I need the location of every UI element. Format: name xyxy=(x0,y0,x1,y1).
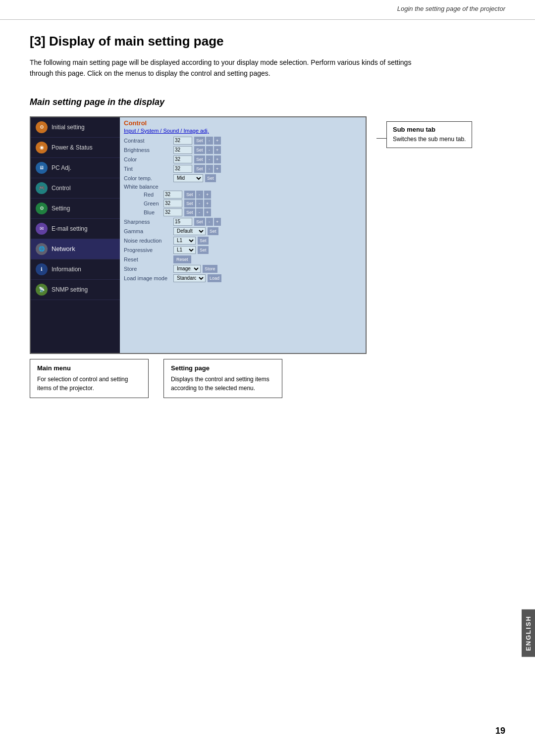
wb-green-row: Green Set - + xyxy=(144,200,362,207)
tint-set-button[interactable]: Set xyxy=(194,165,205,173)
sidebar-item-setting[interactable]: ⚙ Setting xyxy=(31,199,120,219)
contrast-input[interactable] xyxy=(173,137,192,145)
settings-table: Contrast Set - + Brightness Set xyxy=(120,136,366,353)
wb-green-input[interactable] xyxy=(163,200,182,207)
wb-blue-set-button[interactable]: Set xyxy=(184,208,195,216)
color-temp-row: Color temp. Mid Low High Set xyxy=(124,174,362,182)
contrast-minus-button[interactable]: - xyxy=(206,137,213,145)
setting-page-annotation: Setting page Displays the control and se… xyxy=(163,359,282,398)
noise-reduction-controls: Set xyxy=(198,237,209,245)
store-select[interactable]: Image1 xyxy=(173,265,201,273)
wb-red-set-button[interactable]: Set xyxy=(184,191,195,199)
sidebar-item-information[interactable]: ℹ Information xyxy=(31,259,120,280)
white-balance-label: White balance xyxy=(124,184,362,190)
wb-blue-plus-button[interactable]: + xyxy=(204,208,211,216)
wb-green-controls: Set - + xyxy=(184,200,211,207)
noise-reduction-select[interactable]: L1 xyxy=(173,237,196,245)
gamma-set-button[interactable]: Set xyxy=(208,227,218,235)
brightness-plus-button[interactable]: + xyxy=(214,146,221,154)
sharpness-set-button[interactable]: Set xyxy=(194,218,205,226)
reset-label: Reset xyxy=(124,256,173,262)
sidebar: ⚙ Initial setting ◉ Power & Status 🖥 PC … xyxy=(31,117,120,353)
sidebar-label-initial-setting: Initial setting xyxy=(52,124,85,131)
setting-page-annotation-desc: Displays the control and setting items a… xyxy=(171,375,275,393)
gamma-select[interactable]: Default xyxy=(173,227,206,235)
sidebar-item-email-setting[interactable]: ✉ E-mail setting xyxy=(31,219,120,239)
sidebar-label-control: Control xyxy=(52,185,71,192)
network-icon: 🌐 xyxy=(36,243,48,255)
store-row: Store Image1 Store xyxy=(124,265,362,273)
sidebar-item-snmp-setting[interactable]: 📡 SNMP setting xyxy=(31,280,120,300)
sharpness-input[interactable] xyxy=(173,218,192,226)
wb-blue-label: Blue xyxy=(144,209,163,215)
breadcrumb-tabs[interactable]: Input / System / Sound / Image adj. xyxy=(124,128,362,134)
brightness-input[interactable] xyxy=(173,146,192,154)
color-temp-label: Color temp. xyxy=(124,175,173,181)
store-button[interactable]: Store xyxy=(203,265,217,273)
section-title: [3] Display of main setting page xyxy=(30,34,505,49)
load-button[interactable]: Load xyxy=(208,274,221,282)
sub-section-title: Main setting page in the display xyxy=(30,97,505,107)
sharpness-plus-button[interactable]: + xyxy=(214,218,221,226)
wb-red-input[interactable] xyxy=(163,191,182,199)
setting-icon: ⚙ xyxy=(36,202,48,214)
wb-blue-minus-button[interactable]: - xyxy=(196,208,203,216)
wb-green-label: Green xyxy=(144,201,163,206)
brightness-controls: Set - + xyxy=(194,146,221,154)
contrast-set-button[interactable]: Set xyxy=(194,137,205,145)
brightness-row: Brightness Set - + xyxy=(124,146,362,154)
noise-reduction-label: Noise reduction xyxy=(124,238,173,244)
wb-red-plus-button[interactable]: + xyxy=(204,191,211,199)
color-plus-button[interactable]: + xyxy=(214,155,221,163)
sharpness-controls: Set - + xyxy=(194,218,221,226)
wb-red-minus-button[interactable]: - xyxy=(196,191,203,199)
sidebar-item-pc-adj[interactable]: 🖥 PC Adj. xyxy=(31,158,120,178)
brightness-minus-button[interactable]: - xyxy=(206,146,213,154)
sharpness-minus-button[interactable]: - xyxy=(206,218,213,226)
english-tab: ENGLISH xyxy=(522,609,535,657)
tint-plus-button[interactable]: + xyxy=(214,165,221,173)
sub-menu-tab-title: Sub menu tab xyxy=(393,126,466,133)
right-panel: Control Input / System / Sound / Image a… xyxy=(120,117,366,353)
wb-green-set-button[interactable]: Set xyxy=(184,200,195,207)
sidebar-item-power-status[interactable]: ◉ Power & Status xyxy=(31,138,120,158)
color-minus-button[interactable]: - xyxy=(206,155,213,163)
color-input[interactable] xyxy=(173,155,192,163)
noise-reduction-set-button[interactable]: Set xyxy=(198,237,209,245)
brightness-set-button[interactable]: Set xyxy=(194,146,205,154)
contrast-plus-button[interactable]: + xyxy=(214,137,221,145)
bottom-annotations: Main menu For selection of control and s… xyxy=(30,359,505,398)
load-image-mode-controls: Load xyxy=(208,274,221,282)
setting-page-annotation-title: Setting page xyxy=(171,364,275,372)
pc-adj-icon: 🖥 xyxy=(36,162,48,174)
active-tab-label[interactable]: Control xyxy=(124,119,362,127)
color-temp-select[interactable]: Mid Low High xyxy=(173,174,203,182)
main-menu-annotation-desc: For selection of control and setting ite… xyxy=(37,375,141,393)
wb-green-minus-button[interactable]: - xyxy=(196,200,203,207)
sidebar-label-snmp-setting: SNMP setting xyxy=(52,286,88,293)
wb-blue-input[interactable] xyxy=(163,208,182,216)
email-setting-icon: ✉ xyxy=(36,223,48,235)
color-temp-set-button[interactable]: Set xyxy=(205,174,216,182)
load-image-mode-row: Load image mode Standard Load xyxy=(124,274,362,282)
sidebar-item-control[interactable]: 🎮 Control xyxy=(31,178,120,199)
tint-row: Tint Set - + xyxy=(124,165,362,173)
tint-controls: Set - + xyxy=(194,165,221,173)
tint-input[interactable] xyxy=(173,165,192,173)
color-set-button[interactable]: Set xyxy=(194,155,205,163)
power-status-icon: ◉ xyxy=(36,142,48,153)
sidebar-item-network[interactable]: 🌐 Network xyxy=(31,239,120,259)
page-number: 19 xyxy=(495,726,505,736)
wb-green-plus-button[interactable]: + xyxy=(204,200,211,207)
wb-red-label: Red xyxy=(144,192,163,198)
progressive-controls: Set xyxy=(198,246,209,254)
progressive-set-button[interactable]: Set xyxy=(198,246,209,254)
contrast-row: Contrast Set - + xyxy=(124,137,362,145)
progressive-select[interactable]: L1 xyxy=(173,246,196,254)
sidebar-item-initial-setting[interactable]: ⚙ Initial setting xyxy=(31,117,120,138)
noise-reduction-row: Noise reduction L1 Set xyxy=(124,237,362,245)
reset-button[interactable]: Reset xyxy=(173,255,191,263)
tint-minus-button[interactable]: - xyxy=(206,165,213,173)
wb-blue-controls: Set - + xyxy=(184,208,211,216)
load-image-mode-select[interactable]: Standard xyxy=(173,274,206,282)
